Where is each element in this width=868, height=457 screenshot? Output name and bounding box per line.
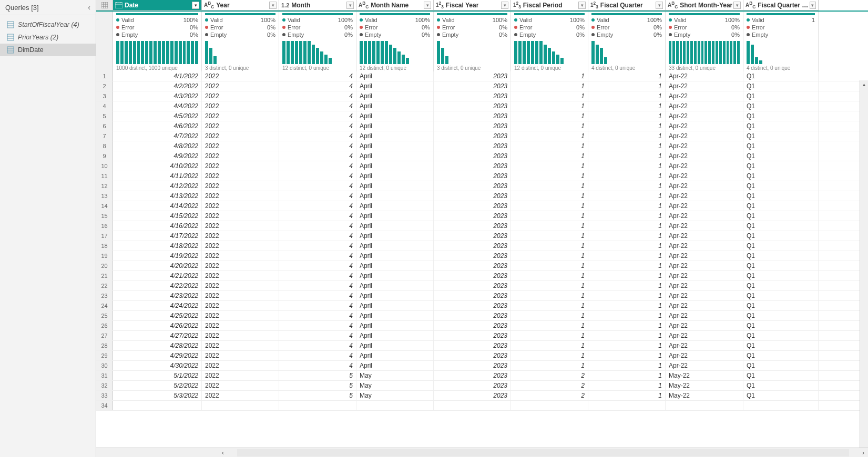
cell[interactable]: 4/19/2022	[113, 251, 202, 261]
cell[interactable]: 2022	[202, 381, 279, 390]
cell[interactable]: 1	[588, 81, 666, 91]
cell[interactable]: April	[356, 301, 434, 310]
cell[interactable]: 1	[588, 321, 666, 330]
cell[interactable]: 2022	[202, 201, 279, 211]
cell[interactable]: April	[356, 191, 434, 201]
cell[interactable]: Q1	[743, 161, 819, 171]
cell[interactable]: 4	[279, 311, 356, 320]
cell[interactable]: April	[356, 261, 434, 271]
table-row[interactable]: 274/27/202220224April202311Apr-22Q1	[96, 331, 868, 341]
cell[interactable]: Apr-22	[666, 111, 743, 121]
table-row[interactable]: 335/3/202220225May202321May-22Q1	[96, 391, 868, 401]
cell[interactable]: Q1	[743, 111, 819, 121]
cell[interactable]: 4	[279, 241, 356, 251]
table-row[interactable]: 14/1/202220224April202311Apr-22Q1	[96, 71, 868, 81]
cell[interactable]: April	[356, 271, 434, 281]
cell[interactable]: 1	[588, 391, 666, 400]
cell[interactable]: 4	[279, 251, 356, 261]
cell[interactable]: 4	[279, 221, 356, 231]
cell[interactable]: April	[356, 111, 434, 121]
cell[interactable]: 1	[511, 201, 588, 211]
row-number[interactable]: 3	[96, 91, 113, 101]
cell[interactable]: April	[356, 161, 434, 171]
cell[interactable]: Q1	[743, 71, 819, 81]
cell[interactable]: Q1	[743, 231, 819, 241]
cell[interactable]: Q1	[743, 131, 819, 141]
table-row[interactable]: 254/25/202220224April202311Apr-22Q1	[96, 311, 868, 321]
column-dropdown-icon[interactable]: ▾	[424, 2, 431, 9]
cell[interactable]: 2023	[434, 81, 511, 91]
cell[interactable]: 2023	[434, 351, 511, 360]
cell[interactable]: 4/20/2022	[113, 261, 202, 271]
row-number[interactable]: 7	[96, 131, 113, 141]
row-number[interactable]: 28	[96, 341, 113, 350]
table-row[interactable]: 114/11/202220224April202311Apr-22Q1	[96, 171, 868, 181]
cell[interactable]: Apr-22	[666, 171, 743, 181]
cell[interactable]: Q1	[743, 241, 819, 251]
table-row[interactable]: 294/29/202220224April202311Apr-22Q1	[96, 351, 868, 361]
cell[interactable]: May	[356, 391, 434, 400]
cell[interactable]: 2023	[434, 191, 511, 201]
cell[interactable]: 5/2/2022	[113, 381, 202, 390]
column-header-fiscal-period[interactable]: 123Fiscal Period▾	[511, 0, 588, 11]
cell[interactable]: 1	[588, 221, 666, 231]
cell[interactable]: 1	[588, 141, 666, 151]
cell[interactable]: 1	[511, 91, 588, 101]
cell[interactable]: 2022	[202, 181, 279, 191]
column-dropdown-icon[interactable]: ▾	[733, 2, 741, 9]
cell[interactable]: 2022	[202, 91, 279, 101]
cell[interactable]: 4	[279, 281, 356, 290]
cell[interactable]: 2023	[434, 211, 511, 221]
cell[interactable]: Apr-22	[666, 91, 743, 101]
cell[interactable]: 2022	[202, 331, 279, 340]
cell[interactable]: 4/28/2022	[113, 341, 202, 350]
cell[interactable]: April	[356, 211, 434, 221]
cell[interactable]: Q1	[743, 171, 819, 181]
cell[interactable]: 1	[588, 201, 666, 211]
cell[interactable]: 1	[588, 341, 666, 350]
cell[interactable]: Q1	[743, 261, 819, 271]
cell[interactable]: 5/3/2022	[113, 391, 202, 400]
cell[interactable]: Q1	[743, 311, 819, 320]
cell[interactable]	[588, 401, 666, 410]
cell[interactable]: Apr-22	[666, 211, 743, 221]
cell[interactable]: 2022	[202, 241, 279, 251]
row-number[interactable]: 27	[96, 331, 113, 340]
row-number[interactable]: 24	[96, 301, 113, 310]
cell[interactable]: 1	[588, 211, 666, 221]
row-number[interactable]: 30	[96, 361, 113, 370]
cell[interactable]: 1	[588, 271, 666, 281]
cell[interactable]: Q1	[743, 341, 819, 350]
cell[interactable]: April	[356, 171, 434, 181]
cell[interactable]: 2023	[434, 121, 511, 131]
cell[interactable]: April	[356, 131, 434, 141]
cell[interactable]: April	[356, 101, 434, 111]
cell[interactable]: 2023	[434, 251, 511, 261]
cell[interactable]: Apr-22	[666, 221, 743, 231]
cell[interactable]: 4	[279, 191, 356, 201]
cell[interactable]: Q1	[743, 301, 819, 310]
cell[interactable]: 4	[279, 91, 356, 101]
type-icon[interactable]: 123	[513, 1, 521, 9]
row-number[interactable]: 16	[96, 221, 113, 231]
cell[interactable]: 2023	[434, 201, 511, 211]
cell[interactable]: 2023	[434, 71, 511, 81]
cell[interactable]: Q1	[743, 321, 819, 330]
cell[interactable]: 4/27/2022	[113, 331, 202, 340]
cell[interactable]: Q1	[743, 391, 819, 400]
cell[interactable]: 2023	[434, 241, 511, 251]
cell[interactable]: Q1	[743, 221, 819, 231]
row-number[interactable]: 21	[96, 271, 113, 281]
cell[interactable]: 2023	[434, 281, 511, 290]
cell[interactable]: 4	[279, 331, 356, 340]
column-header-year[interactable]: ABCYear▾	[202, 0, 279, 11]
table-row[interactable]: 34/3/202220224April202311Apr-22Q1	[96, 91, 868, 101]
cell[interactable]: Q1	[743, 381, 819, 390]
cell[interactable]: Apr-22	[666, 331, 743, 340]
cell[interactable]: 2	[511, 391, 588, 400]
row-number[interactable]: 8	[96, 141, 113, 151]
cell[interactable]: Q1	[743, 81, 819, 91]
cell[interactable]: 1	[588, 161, 666, 171]
cell[interactable]: 4	[279, 171, 356, 181]
table-row[interactable]: 64/6/202220224April202311Apr-22Q1	[96, 121, 868, 131]
